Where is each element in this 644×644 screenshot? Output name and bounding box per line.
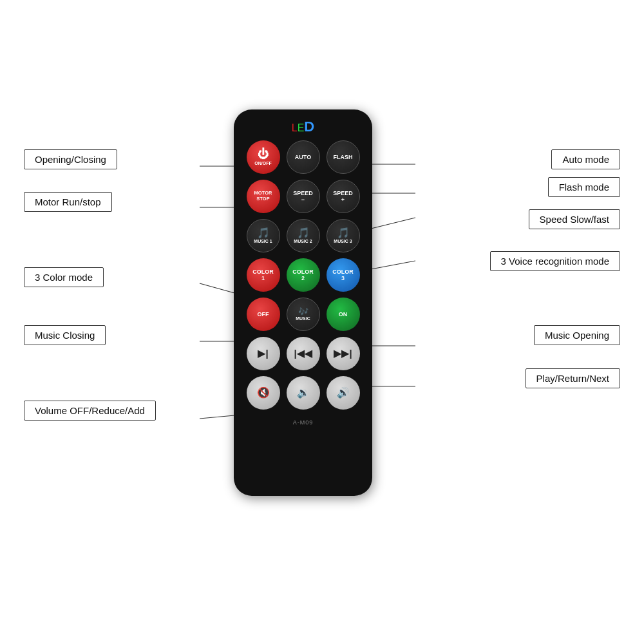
play-button[interactable]: ▶| (247, 337, 280, 370)
return-icon: |◀◀ (294, 348, 312, 359)
color1-label: COLOR1 (252, 269, 274, 282)
motor-run-stop-label: Motor Run/stop (24, 192, 112, 212)
flash-mode-label: Flash mode (548, 177, 620, 197)
play-icon: ▶| (258, 348, 268, 359)
svg-line-7 (371, 218, 415, 229)
btn-row-3: 🎵 MUSIC 1 🎵 MUSIC 2 🎵 MUSIC 3 (240, 219, 366, 252)
music1-icon: 🎵 (257, 227, 270, 239)
remote-control: LED ⏻ ON/OFF AUTO FLASH MOTORSTOP SPEED− (234, 109, 372, 496)
opening-closing-label: Opening/Closing (24, 149, 117, 169)
svg-line-8 (371, 261, 415, 269)
color1-button[interactable]: COLOR1 (247, 258, 280, 292)
speed-minus-button[interactable]: SPEED− (287, 180, 320, 213)
vol-down-button[interactable]: 🔉 (287, 376, 320, 410)
color2-label: COLOR2 (292, 269, 314, 282)
on-button[interactable]: ON (327, 298, 360, 331)
music3-label: MUSIC 3 (334, 239, 352, 244)
music1-label: MUSIC 1 (254, 239, 272, 244)
power-button[interactable]: ⏻ ON/OFF (247, 140, 280, 174)
volume-label: Volume OFF/Reduce/Add (24, 401, 156, 421)
speed-minus-label: SPEED− (293, 190, 313, 204)
vol-up-icon: 🔊 (337, 387, 350, 399)
music-ctrl-label: MUSIC (296, 316, 310, 321)
vol-mute-icon: 🔇 (257, 387, 270, 399)
power-icon: ⏻ (258, 148, 269, 161)
next-icon: ▶▶| (334, 348, 352, 359)
flash-button[interactable]: FLASH (327, 140, 360, 174)
play-return-next-label: Play/Return/Next (526, 368, 620, 388)
vol-mute-button[interactable]: 🔇 (247, 376, 280, 410)
btn-row-5: OFF 🎶 MUSIC ON (240, 298, 366, 331)
flash-label: FLASH (334, 154, 353, 160)
scene: LED ⏻ ON/OFF AUTO FLASH MOTORSTOP SPEED− (0, 0, 644, 644)
model-label: A-M09 (293, 419, 314, 426)
auto-mode-label: Auto mode (551, 149, 620, 169)
next-button[interactable]: ▶▶| (327, 337, 360, 370)
off-label: OFF (258, 311, 269, 317)
voice-recognition-label: 3 Voice recognition mode (490, 251, 620, 271)
auto-button[interactable]: AUTO (287, 140, 320, 174)
auto-label: AUTO (295, 154, 311, 160)
motor-label: MOTORSTOP (254, 191, 272, 202)
led-r: L (292, 122, 298, 133)
color2-button[interactable]: COLOR2 (287, 258, 320, 292)
color3-label: COLOR3 (332, 269, 354, 282)
music-opening-label: Music Opening (534, 325, 620, 345)
speed-slow-fast-label: Speed Slow/fast (529, 209, 620, 229)
music1-button[interactable]: 🎵 MUSIC 1 (247, 219, 280, 252)
music-closing-label: Music Closing (24, 325, 106, 345)
power-label: ON/OFF (254, 161, 271, 166)
on-label: ON (339, 311, 348, 317)
btn-row-4: COLOR1 COLOR2 COLOR3 (240, 258, 366, 292)
color-mode-label: 3 Color mode (24, 267, 104, 287)
led-g: E (298, 122, 305, 133)
music2-button[interactable]: 🎵 MUSIC 2 (287, 219, 320, 252)
vol-down-icon: 🔉 (297, 387, 310, 399)
music3-button[interactable]: 🎵 MUSIC 3 (327, 219, 360, 252)
btn-row-7: 🔇 🔉 🔊 (240, 376, 366, 410)
off-button[interactable]: OFF (247, 298, 280, 331)
music3-icon: 🎵 (337, 227, 350, 239)
music2-icon: 🎵 (297, 227, 310, 239)
speed-plus-label: SPEED+ (333, 190, 353, 204)
btn-row-6: ▶| |◀◀ ▶▶| (240, 337, 366, 370)
speed-plus-button[interactable]: SPEED+ (327, 180, 360, 213)
color3-button[interactable]: COLOR3 (327, 258, 360, 292)
music-ctrl-icon: 🎶 (298, 307, 308, 317)
music-ctrl-button[interactable]: 🎶 MUSIC (287, 298, 320, 331)
led-b: D (304, 118, 314, 135)
return-button[interactable]: |◀◀ (287, 337, 320, 370)
motor-stop-button[interactable]: MOTORSTOP (247, 180, 280, 213)
vol-up-button[interactable]: 🔊 (327, 376, 360, 410)
btn-row-1: ⏻ ON/OFF AUTO FLASH (240, 140, 366, 174)
btn-row-2: MOTORSTOP SPEED− SPEED+ (240, 180, 366, 213)
music2-label: MUSIC 2 (294, 239, 312, 244)
led-label: LED (292, 118, 314, 135)
